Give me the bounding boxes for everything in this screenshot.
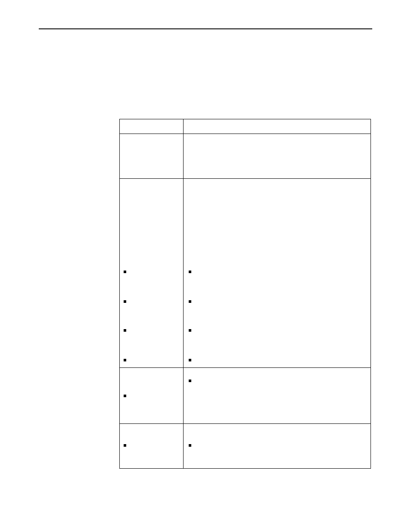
bullet-icon: [124, 444, 126, 447]
bullet-icon: [189, 329, 191, 332]
bullet-icon: [124, 271, 126, 273]
table-cell: [184, 424, 371, 469]
bullet-icon: [124, 395, 126, 397]
table-row: [120, 424, 371, 469]
table-row: [120, 179, 371, 368]
table-cell: [184, 368, 371, 424]
content-table: [119, 119, 371, 469]
page: [0, 0, 411, 532]
table-cell: [184, 179, 371, 368]
table-header-cell-1: [120, 119, 184, 134]
bullet-icon: [189, 271, 191, 273]
table: [119, 119, 371, 469]
table-row: [120, 368, 371, 424]
table-cell: [120, 179, 184, 368]
table-cell: [120, 134, 184, 179]
table-header-row: [120, 119, 371, 134]
table-header-cell-2: [184, 119, 371, 134]
bullet-icon: [124, 300, 126, 303]
bullet-icon: [124, 359, 126, 361]
bullet-icon: [189, 380, 191, 382]
bullet-icon: [189, 444, 191, 447]
table-cell: [184, 134, 371, 179]
bullet-icon: [189, 359, 191, 361]
table-cell: [120, 368, 184, 424]
page-top-rule: [39, 28, 372, 29]
table-row: [120, 134, 371, 179]
bullet-icon: [189, 300, 191, 303]
bullet-icon: [124, 329, 126, 332]
table-cell: [120, 424, 184, 469]
